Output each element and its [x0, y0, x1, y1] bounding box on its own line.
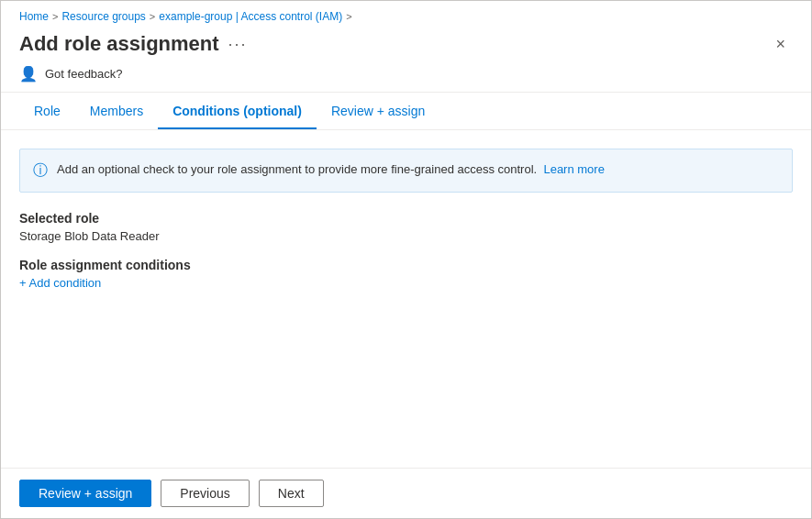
breadcrumb-home[interactable]: Home — [19, 10, 49, 23]
add-condition-button[interactable]: + Add condition — [19, 276, 101, 290]
info-box: ⓘ Add an optional check to your role ass… — [19, 149, 793, 193]
footer: Review + assign Previous Next — [1, 468, 811, 518]
main-content: Selected role Storage Blob Data Reader R… — [1, 193, 811, 468]
breadcrumb-sep-3: > — [346, 11, 351, 22]
dialog-header: Add role assignment ··· × — [1, 28, 811, 56]
add-condition-label: + Add condition — [19, 276, 101, 290]
tab-role[interactable]: Role — [19, 93, 75, 129]
tab-review-assign[interactable]: Review + assign — [317, 93, 439, 129]
page-title: Add role assignment — [19, 32, 219, 56]
add-role-assignment-dialog: Home > Resource groups > example-group |… — [0, 0, 812, 519]
selected-role-label: Selected role — [19, 211, 793, 226]
selected-role-value: Storage Blob Data Reader — [19, 229, 793, 243]
tab-members[interactable]: Members — [75, 93, 158, 129]
breadcrumb-iam[interactable]: example-group | Access control (IAM) — [159, 10, 342, 23]
next-button[interactable]: Next — [259, 480, 324, 507]
feedback-label[interactable]: Got feedback? — [45, 67, 123, 81]
info-icon: ⓘ — [33, 161, 48, 181]
learn-more-link[interactable]: Learn more — [543, 162, 604, 176]
feedback-icon: 👤 — [19, 65, 38, 83]
more-options-button[interactable]: ··· — [228, 35, 248, 54]
tab-bar: Role Members Conditions (optional) Revie… — [1, 93, 811, 130]
review-assign-button[interactable]: Review + assign — [19, 480, 151, 507]
close-button[interactable]: × — [768, 32, 793, 56]
breadcrumb-sep-1: > — [52, 11, 58, 22]
feedback-bar: 👤 Got feedback? — [1, 56, 811, 93]
tab-conditions[interactable]: Conditions (optional) — [158, 93, 317, 129]
header-left: Add role assignment ··· — [19, 32, 248, 56]
breadcrumb-sep-2: > — [150, 11, 155, 22]
previous-button[interactable]: Previous — [161, 480, 249, 507]
info-text-content: Add an optional check to your role assig… — [57, 162, 537, 176]
breadcrumb-resource-groups[interactable]: Resource groups — [61, 10, 145, 23]
role-conditions-label: Role assignment conditions — [19, 258, 793, 272]
info-text: Add an optional check to your role assig… — [57, 160, 605, 179]
breadcrumb: Home > Resource groups > example-group |… — [1, 1, 811, 28]
